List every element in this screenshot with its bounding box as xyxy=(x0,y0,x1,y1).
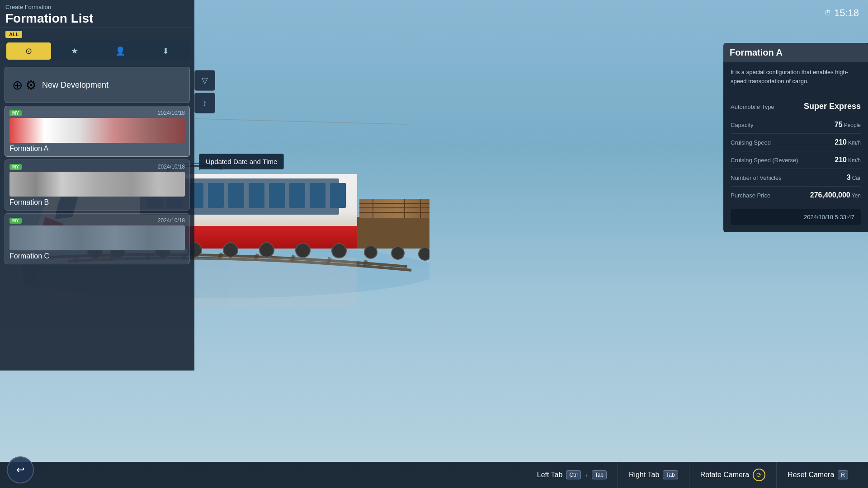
stat-row-num-vehicles: Number of Vehicles 3Car xyxy=(731,169,861,186)
detail-formation-name: Formation A xyxy=(723,43,868,62)
right-tab-key-tab: Tab xyxy=(663,470,678,479)
card-c-date: 2024/10/18 xyxy=(158,217,185,224)
card-b-top: MY 2024/10/18 xyxy=(9,164,185,170)
left-tab-key-tab: Tab xyxy=(592,470,607,479)
reset-camera-action[interactable]: Reset Camera R xyxy=(777,462,859,488)
left-tab-action[interactable]: Left Tab Ctrl + Tab xyxy=(526,462,618,488)
svg-rect-22 xyxy=(310,183,326,208)
formation-b-name: Formation B xyxy=(9,198,185,206)
bottom-bar: Left Tab Ctrl + Tab Right Tab Tab Rotate… xyxy=(0,462,868,488)
stat-row-capacity: Capacity 75People xyxy=(731,116,861,133)
stat-label-automobile-type: Automobile Type xyxy=(731,103,774,110)
svg-point-41 xyxy=(392,247,404,259)
new-dev-icons: ⊕ ⚙ xyxy=(12,78,37,93)
stat-value-automobile-type: Super Express xyxy=(804,102,861,111)
rotate-camera-label: Rotate Camera xyxy=(700,471,750,479)
left-panel: Create Formation Formation List ALL ⊙ ★ … xyxy=(0,0,194,371)
back-icon: ↩ xyxy=(16,464,24,476)
clock-icon: ⏱ xyxy=(824,9,831,17)
stat-value-capacity: 75People xyxy=(835,121,861,129)
stat-label-capacity: Capacity xyxy=(731,122,754,128)
back-button[interactable]: ↩ xyxy=(7,456,34,483)
clock-display: ⏱ 15:18 xyxy=(824,7,859,19)
formation-a-name: Formation A xyxy=(9,145,185,153)
stat-label-cruising-speed: Cruising Speed xyxy=(731,139,771,146)
svg-rect-21 xyxy=(289,183,305,208)
stat-value-cruising-speed: 210Km/h xyxy=(835,138,861,146)
right-tab-label: Right Tab xyxy=(629,471,659,479)
stat-label-num-vehicles: Number of Vehicles xyxy=(731,174,782,181)
formation-a-image xyxy=(9,118,185,143)
stat-value-num-vehicles: 3Car xyxy=(847,174,861,182)
filter-button[interactable]: ▽ xyxy=(194,70,215,91)
svg-point-40 xyxy=(364,246,377,258)
detail-timestamp: 2024/10/18 5:33:47 xyxy=(731,209,861,225)
svg-rect-18 xyxy=(228,183,244,208)
tooltip-text: Updated Date and Time xyxy=(206,158,277,165)
svg-point-42 xyxy=(419,248,429,260)
left-tab-key-ctrl: Ctrl xyxy=(566,470,581,479)
card-b-date: 2024/10/18 xyxy=(158,164,185,170)
add-circle-icon: ⊕ xyxy=(12,78,23,93)
train-b-thumbnail xyxy=(9,172,185,197)
train-a-thumbnail xyxy=(9,118,185,143)
rotate-camera-action[interactable]: Rotate Camera ⟳ xyxy=(689,462,777,488)
right-tab-action[interactable]: Right Tab Tab xyxy=(618,462,689,488)
left-tab-plus: + xyxy=(585,472,588,479)
formation-card-a[interactable]: MY 2024/10/18 Formation A xyxy=(5,106,190,157)
formation-c-image xyxy=(9,225,185,250)
card-c-top: MY 2024/10/18 xyxy=(9,217,185,224)
left-tab-label: Left Tab xyxy=(537,471,563,479)
svg-rect-32 xyxy=(357,217,429,249)
formation-c-name: Formation C xyxy=(9,252,185,260)
formation-card-c[interactable]: MY 2024/10/18 Formation C xyxy=(5,213,190,264)
reset-camera-label: Reset Camera xyxy=(788,471,834,479)
new-development-card[interactable]: ⊕ ⚙ New Development xyxy=(5,67,190,103)
formation-list-title: Formation List xyxy=(5,11,189,26)
stat-row-purchase-price: Purchase Price 276,400,000Yen xyxy=(731,186,861,204)
reset-camera-key-r: R xyxy=(838,470,848,479)
stat-label-cruising-speed-reverse: Cruising Speed (Reverse) xyxy=(731,157,798,164)
filter-all-badge: ALL xyxy=(5,31,22,38)
rotate-camera-icon: ⟳ xyxy=(753,469,765,481)
stat-row-cruising-speed: Cruising Speed 210Km/h xyxy=(731,133,861,151)
formation-card-b[interactable]: MY 2024/10/18 Formation B xyxy=(5,160,190,211)
card-a-badge: MY xyxy=(9,110,22,116)
sort-button[interactable]: ↕ xyxy=(194,93,215,113)
card-c-badge: MY xyxy=(9,218,22,224)
card-a-top: MY 2024/10/18 xyxy=(9,110,185,116)
stat-label-purchase-price: Purchase Price xyxy=(731,192,770,199)
tooltip-updated-date: Updated Date and Time xyxy=(199,154,284,169)
svg-point-49 xyxy=(296,243,310,258)
svg-point-50 xyxy=(332,244,346,258)
tab-user[interactable]: 👤 xyxy=(98,42,142,60)
stat-row-automobile-type: Automobile Type Super Express xyxy=(731,97,861,116)
tab-buttons-row: ⊙ ★ 👤 ⬇ xyxy=(5,41,190,61)
card-b-badge: MY xyxy=(9,164,22,170)
svg-rect-23 xyxy=(330,183,346,208)
card-a-date: 2024/10/18 xyxy=(158,110,185,116)
svg-rect-20 xyxy=(269,183,285,208)
svg-rect-19 xyxy=(249,183,264,208)
formations-list: ⊕ ⚙ New Development MY 2024/10/18 Format… xyxy=(0,64,194,371)
stat-value-purchase-price: 276,400,000Yen xyxy=(810,191,861,199)
svg-point-48 xyxy=(259,243,274,257)
config-icon: ⚙ xyxy=(25,78,37,93)
create-formation-label: Create Formation xyxy=(5,4,189,10)
tab-download[interactable]: ⬇ xyxy=(143,42,188,60)
formation-b-image xyxy=(9,172,185,197)
filter-sort-panel: ▽ ↕ xyxy=(194,70,217,113)
stat-value-cruising-speed-reverse: 210Km/h xyxy=(835,156,861,164)
svg-rect-17 xyxy=(208,183,224,208)
svg-point-47 xyxy=(223,243,238,257)
detail-description: It is a special configuration that enabl… xyxy=(731,68,861,89)
filter-tabs-area: ALL xyxy=(0,28,194,41)
tab-all[interactable]: ⊙ xyxy=(6,42,51,60)
panel-header: Create Formation Formation List xyxy=(0,0,194,28)
stat-row-cruising-speed-reverse: Cruising Speed (Reverse) 210Km/h xyxy=(731,151,861,169)
new-dev-label: New Development xyxy=(42,80,108,90)
train-c-thumbnail xyxy=(9,225,185,250)
tab-favorites[interactable]: ★ xyxy=(52,42,97,60)
right-detail-panel: Formation A It is a special configuratio… xyxy=(723,43,868,232)
clock-time: 15:18 xyxy=(834,7,859,19)
